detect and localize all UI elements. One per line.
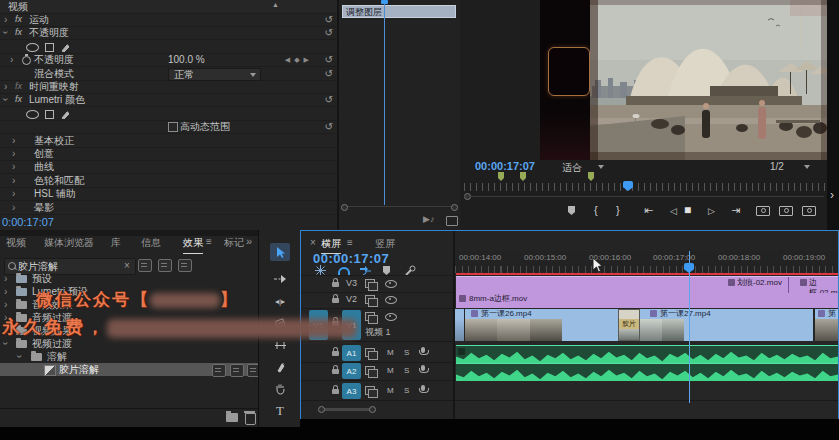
play-stop-button[interactable]: ■	[684, 203, 691, 217]
pen-mask-icon[interactable]	[60, 42, 70, 52]
add-keyframe-icon[interactable]: ◆	[294, 56, 303, 63]
tree-item-dissolve[interactable]: › 溶解	[0, 350, 258, 363]
twirl-icon[interactable]: ›	[4, 285, 7, 298]
lumetri-hsl-row[interactable]: › HSL 辅助	[0, 187, 337, 201]
twirl-open-icon[interactable]: ›	[0, 31, 12, 34]
twirl-icon[interactable]: ›	[12, 187, 15, 200]
stopwatch-icon[interactable]	[22, 56, 31, 65]
effect-row-motion[interactable]: › fx 运动 ↺	[0, 13, 337, 27]
twirl-icon[interactable]: ›	[4, 272, 7, 285]
clip-a2-audio[interactable]	[456, 363, 838, 381]
clip-v1b[interactable]: 第一课27.mp4	[635, 309, 813, 341]
tree-item-video-effects[interactable]: › 视频效果	[0, 324, 258, 337]
fit-dropdown[interactable]: 适合	[562, 161, 582, 175]
mute-button[interactable]: M	[387, 348, 394, 357]
twirl-icon[interactable]: ›	[10, 53, 13, 66]
sync-lock-icon[interactable]	[365, 348, 375, 357]
program-video-viewport[interactable]	[540, 0, 827, 160]
ellipse-mask-icon[interactable]	[26, 110, 39, 119]
opacity-value[interactable]: 100.0 %	[168, 53, 205, 66]
pen-mask-icon[interactable]	[60, 109, 70, 119]
green-marker-icon[interactable]	[520, 172, 526, 181]
solo-button[interactable]: S	[404, 348, 409, 357]
tab-info[interactable]: 信息	[141, 236, 161, 250]
mark-out-icon[interactable]: }	[616, 204, 620, 216]
step-forward-icon[interactable]: ▷	[708, 206, 715, 216]
track-v2-label[interactable]: V2	[346, 294, 357, 304]
scrollbar-handle-right[interactable]	[451, 204, 458, 211]
sequence-menu-icon[interactable]: ≡	[347, 237, 353, 248]
export-frame-icon[interactable]	[802, 206, 816, 216]
twirl-icon[interactable]: ›	[4, 311, 7, 324]
timeline-timecode[interactable]: 00:00:17:07	[313, 251, 389, 266]
hand-tool[interactable]	[270, 380, 290, 398]
mute-button[interactable]: M	[387, 386, 394, 395]
clip-a1-audio[interactable]	[456, 345, 838, 363]
lumetri-vignette-row[interactable]: › 晕影	[0, 201, 337, 215]
twirl-icon[interactable]: ›	[12, 147, 15, 160]
opacity-param-row[interactable]: › 不透明度 100.0 % ◀◆▶ ↺	[0, 53, 337, 67]
voiceover-mic-icon[interactable]	[421, 365, 425, 371]
transition-film-dissolve[interactable]: 胶片	[618, 309, 640, 341]
scrollbar-handle-left[interactable]	[341, 204, 348, 211]
twirl-icon[interactable]: ›	[12, 201, 15, 214]
clip-v2[interactable]: 8mm-a边框.mov	[456, 293, 838, 308]
clip-label-v2[interactable]: 8mm-a边框.mov	[469, 294, 527, 304]
lumetri-creative-row[interactable]: › 创意	[0, 147, 337, 161]
selection-tool[interactable]	[270, 243, 290, 261]
green-marker-icon[interactable]	[588, 172, 594, 181]
twirl-open-icon[interactable]: ›	[0, 342, 12, 345]
add-marker-icon[interactable]	[383, 266, 390, 275]
track-target-v1[interactable]: V1	[342, 310, 361, 340]
mark-in-icon[interactable]: {	[594, 204, 598, 216]
program-timecode[interactable]: 00:00:17:07	[475, 160, 535, 172]
sync-lock-icon[interactable]	[365, 312, 375, 321]
tree-item-presets[interactable]: › 预设	[0, 272, 258, 285]
type-tool[interactable]: T	[270, 402, 290, 420]
mini-timeline-clip[interactable]: 调整图层	[342, 5, 456, 18]
export-frame-icon[interactable]	[446, 216, 458, 226]
lumetri-basic-row[interactable]: › 基本校正	[0, 134, 337, 148]
rect-mask-icon[interactable]	[45, 110, 54, 119]
accelerated-effects-filter-icon[interactable]	[138, 259, 152, 272]
twirl-icon[interactable]: ›	[12, 174, 15, 187]
monitor-time-ruler[interactable]	[464, 183, 826, 191]
twirl-icon[interactable]: ›	[4, 324, 7, 337]
effect-row-opacity[interactable]: › fx 不透明度 ↺	[0, 26, 337, 40]
mini-scrollbar-track[interactable]	[342, 206, 456, 207]
clip-label-v1b[interactable]: 第一课27.mp4	[660, 309, 711, 319]
sync-lock-icon[interactable]	[365, 279, 375, 288]
mute-button[interactable]: M	[387, 366, 394, 375]
tab-library[interactable]: 库	[111, 236, 121, 250]
tree-item-audio-transitions[interactable]: › 音频过渡	[0, 311, 258, 324]
twirl-icon[interactable]: ›	[4, 13, 7, 26]
track-target-a1[interactable]: A1	[342, 345, 361, 361]
track-v3-label[interactable]: V3	[346, 278, 357, 288]
tab-effects[interactable]: 效果	[183, 236, 203, 254]
track-target-a3[interactable]: A3	[342, 383, 361, 399]
monitor-scrollbar-track[interactable]	[464, 196, 824, 197]
tab-markers[interactable]: 标记	[224, 236, 244, 250]
playback-resolution-dropdown[interactable]: 1/2	[770, 161, 784, 172]
twirl-icon[interactable]: ›	[12, 134, 15, 147]
twirl-icon[interactable]: ›	[4, 80, 7, 93]
reset-icon[interactable]: ↺	[325, 120, 333, 133]
add-marker-icon[interactable]	[568, 206, 575, 215]
twirl-open-icon[interactable]: ›	[0, 98, 12, 101]
prev-keyframe-icon[interactable]: ◀	[285, 56, 294, 63]
tree-item-video-transitions[interactable]: › 视频过渡	[0, 337, 258, 350]
clip-v1-tail[interactable]	[455, 309, 464, 341]
zoom-handle-left[interactable]	[318, 406, 325, 413]
voiceover-mic-icon[interactable]	[421, 385, 425, 391]
rect-mask-icon[interactable]	[45, 43, 54, 52]
track-target-a2[interactable]: A2	[342, 363, 361, 379]
track-output-eye-icon[interactable]	[385, 313, 397, 321]
expand-panel-chevron-icon[interactable]: ›	[830, 188, 834, 202]
reset-icon[interactable]: ↺	[325, 67, 333, 80]
ripple-edit-tool[interactable]: ◂|▸	[270, 292, 290, 310]
sync-lock-icon[interactable]	[365, 366, 375, 375]
tab-media-browser[interactable]: 媒体浏览器	[44, 236, 94, 250]
track-output-eye-icon[interactable]	[385, 280, 397, 288]
next-keyframe-icon[interactable]: ▶	[304, 56, 313, 63]
time-ruler[interactable]: 00:00:14:00 00:00:15:00 00:00:16:00 00:0…	[455, 251, 838, 273]
